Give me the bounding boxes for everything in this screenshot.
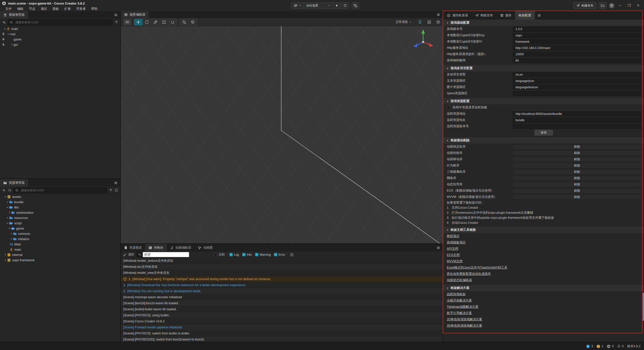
sort-icon[interactable] [8, 188, 11, 192]
remove-module-button[interactable]: 剔除 [513, 182, 641, 187]
chevron-down-icon[interactable] [3, 27, 7, 30]
lock-icon[interactable] [2, 37, 5, 41]
log-row[interactable]: ❯[Window] [Vue warn]: Property "onInput"… [121, 276, 443, 282]
log-file-icon[interactable] [290, 253, 294, 256]
chevron-right-icon[interactable] [10, 232, 13, 235]
log-row[interactable]: [Window] ecs文件夹存在 [121, 264, 443, 270]
hierarchy-search-input[interactable] [8, 19, 113, 25]
section-header[interactable]: ∨框架解决方案 [443, 285, 644, 291]
chevron-right-icon[interactable] [6, 216, 9, 219]
field-input[interactable] [513, 39, 641, 44]
scale-tool[interactable] [151, 19, 160, 25]
menu-item[interactable]: 面板 [50, 7, 62, 11]
scene-selector[interactable]: 当前场景 [304, 3, 333, 9]
console-tab-动画图[interactable]: 动画图 [194, 244, 216, 251]
field-input[interactable] [513, 58, 641, 63]
doc-link[interactable]: 游戏模板项目 [447, 240, 466, 245]
log-row[interactable]: [Scene] meshopt wasm decoder initialized [121, 294, 443, 300]
field-input[interactable] [513, 33, 641, 38]
hierarchy-node[interactable]: root [0, 31, 120, 37]
field-input[interactable] [515, 85, 639, 89]
move-tool[interactable] [134, 19, 143, 25]
rect-tool[interactable] [160, 19, 168, 25]
log-row[interactable]: [Scene] [box2d]:box2d wasm lib loaded. [121, 300, 443, 306]
field-input[interactable] [515, 79, 639, 83]
doc-link[interactable]: 全栈开发解决方案 [447, 298, 472, 303]
hierarchy-tab[interactable]: 层级管理器 [0, 11, 28, 19]
doc-link[interactable]: 新手引导解决方案 [447, 311, 472, 315]
platform-select[interactable] [291, 3, 304, 9]
remove-module-button[interactable]: 剔除 [513, 144, 641, 149]
chevron-down-icon[interactable] [6, 206, 9, 209]
remove-module-button[interactable]: 剔除 [513, 195, 641, 200]
help-button[interactable]: ? [609, 3, 614, 8]
hierarchy-node[interactable]: gui [0, 42, 120, 47]
asset-node[interactable]: script [0, 221, 120, 226]
asset-node[interactable]: internal [0, 252, 120, 257]
console-menu-button[interactable] [434, 244, 443, 251]
lock-icon[interactable] [2, 43, 5, 47]
remove-module-button[interactable]: 剔除 [513, 176, 641, 181]
status-error-circle[interactable]: 0 [607, 344, 614, 348]
menu-item[interactable]: 开发者 [73, 7, 89, 11]
menu-item[interactable]: 节点 [26, 7, 38, 11]
filter-checkbox-info[interactable]: ✓Info [242, 253, 252, 256]
status-warn-circle[interactable]: 1 [596, 344, 603, 348]
field-input[interactable] [513, 78, 641, 83]
refresh-icon[interactable] [114, 188, 118, 192]
scene-viewport[interactable] [121, 26, 443, 243]
remove-module-button[interactable]: 剔除 [513, 151, 641, 156]
doc-link[interactable]: MVVM文档 [447, 259, 463, 264]
scene-editor-tab[interactable]: 场景编辑器 [121, 11, 149, 18]
log-row[interactable]: [Window] model_view文件夹存在 [121, 270, 443, 276]
view-mode-select[interactable]: 正常浏览 [396, 20, 412, 24]
chevron-right-icon[interactable]: ❯ [123, 284, 126, 286]
field-input[interactable] [515, 40, 639, 44]
scene-menu-button[interactable] [434, 11, 443, 18]
field-input[interactable] [515, 46, 639, 50]
filter-checkbox-log[interactable]: ✓Log [229, 253, 239, 256]
filter-checkbox-warning[interactable]: ✓Warning [255, 253, 271, 256]
doc-link[interactable]: Excel格式转Json文件与TypeScript代码工具 [447, 266, 507, 270]
console-search-input[interactable] [136, 252, 188, 257]
doc-link[interactable]: 2D角色扮演游戏解决方案 [447, 317, 482, 322]
save-button[interactable]: 保存 [534, 130, 553, 136]
menu-item[interactable]: 项目 [38, 7, 50, 11]
field-input[interactable] [513, 27, 641, 32]
filter-checkbox-error[interactable]: ✓Error [274, 253, 285, 256]
clear-console-button[interactable]: 清空 [123, 252, 134, 257]
inspector-tab-框架配置[interactable]: 框架配置 [515, 11, 535, 20]
transform-tool[interactable] [168, 19, 177, 25]
chevron-right-icon[interactable]: ❯ [123, 290, 126, 292]
console-tab-动画编辑器[interactable]: 动画编辑器 [167, 244, 195, 251]
section-header[interactable]: ∨游戏资源配置 [443, 98, 644, 104]
asset-node[interactable]: libs [0, 205, 120, 210]
filter-icon[interactable] [109, 188, 113, 192]
asset-node[interactable]: common [0, 231, 120, 236]
asset-node[interactable]: TSMain [0, 242, 120, 247]
section-header[interactable]: ∨游戏基础配置 [443, 20, 644, 26]
section-header[interactable]: ∨框架文档工具链接 [443, 227, 644, 233]
field-input[interactable] [513, 124, 641, 129]
menu-item[interactable]: 编辑 [14, 7, 26, 11]
field-input[interactable] [513, 52, 641, 57]
log-row[interactable]: [Window] render_texture文件夹存在 [121, 258, 443, 264]
hierarchy-menu-button[interactable] [111, 11, 120, 19]
orientation-gizmo[interactable] [411, 28, 436, 53]
doc-link[interactable]: Tiledmap地图解决方案 [447, 305, 478, 309]
log-row[interactable]: ❯[Window] Download the Vue Devtools exte… [121, 282, 443, 288]
assets-menu-button[interactable] [111, 179, 120, 187]
asset-node[interactable]: initialize [0, 236, 120, 242]
chevron-right-icon[interactable] [10, 43, 14, 46]
filter-icon[interactable] [114, 20, 118, 24]
rotate-tool[interactable] [143, 19, 151, 25]
section-header[interactable]: ∨游戏多语言配置 [443, 65, 644, 71]
chevron-down-icon[interactable] [6, 222, 9, 225]
add-node-button[interactable] [2, 20, 6, 24]
field-input[interactable] [515, 33, 639, 37]
chevron-down-icon[interactable] [7, 33, 10, 35]
console-tab-控制台[interactable]: 控制台 [145, 244, 167, 251]
field-input[interactable] [515, 52, 639, 56]
inspector-tab-服务[interactable]: 服务 [497, 11, 515, 20]
inspector-menu-button[interactable] [535, 11, 544, 20]
